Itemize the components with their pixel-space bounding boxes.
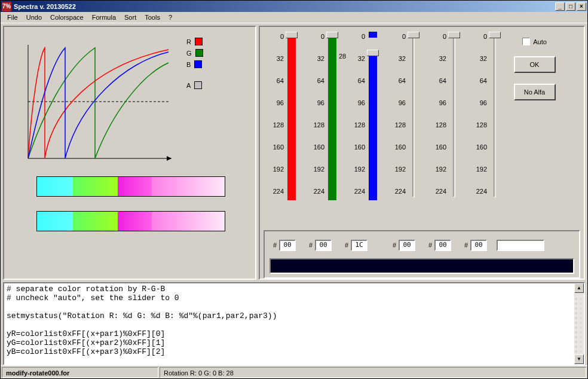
tick-labels: 0 2832 6496128160192224 [350,32,368,196]
slider-4[interactable]: 0326496128160192224 [384,32,425,227]
legend: R G B A [177,33,203,170]
menu-help[interactable]: ? [164,13,176,22]
status-filename: modify-rotate000.for [2,367,158,378]
menubar: File Undo Colorspace Formula Sort Tools … [1,12,587,23]
hex-input-2[interactable]: 00 [315,240,332,251]
color-swatch [497,240,544,251]
slider-thumb[interactable] [489,32,501,38]
swatch-red [195,38,203,45]
legend-label: A [186,82,191,89]
swatch-blue [194,60,202,68]
auto-checkbox-row[interactable]: Auto [522,38,547,45]
no-alfa-button[interactable]: No Alfa [514,84,556,100]
code-panel: # separate color rotation by R-G-B # unc… [3,282,585,365]
minimize-button[interactable]: _ [555,2,565,11]
close-button[interactable]: × [577,2,586,11]
vertical-scrollbar[interactable]: ▲ ▼ [574,283,584,364]
slider-thumb[interactable] [448,32,460,38]
maximize-button[interactable]: □ [566,2,575,11]
code-textarea[interactable]: # separate color rotation by R-G-B # unc… [4,283,574,364]
hash-label: # [307,242,313,249]
legend-label: R [186,38,191,45]
slider-thumb[interactable] [326,32,338,38]
swatch-green [195,49,203,57]
tick-labels: 0326496128160192224 [390,32,408,196]
hex-input-6[interactable]: 00 [470,240,487,251]
menu-colorspace[interactable]: Colorspace [46,13,88,22]
slider-thumb[interactable] [367,50,379,56]
tick-labels: 0326496128160192224 [309,32,327,196]
slider-b[interactable]: 0 2832 6496128160192224 [344,32,384,227]
status-message: Rotation R: 0 G: 0 B: 28 [160,367,586,378]
hex-panel: # 00 # 00 # 1C # 00 # 00 [264,230,580,279]
legend-b: B [186,60,203,68]
scroll-up-icon[interactable]: ▲ [574,283,584,293]
hex-input-1[interactable]: 00 [279,240,296,251]
menu-file[interactable]: File [3,13,22,22]
slider-g[interactable]: 0326496128160192224 [303,32,344,227]
auto-checkbox[interactable] [522,38,530,45]
gradient-preview-bottom [36,211,225,231]
legend-r: R [186,38,203,45]
menu-tools[interactable]: Tools [140,13,164,22]
legend-label: B [186,61,191,68]
color-preview-bar [270,258,574,274]
legend-g: G [186,49,203,57]
tick-labels: 0326496128160192224 [431,32,449,196]
legend-label: G [186,50,192,57]
hash-label: # [342,242,348,249]
slider-6[interactable]: 0326496128160192224 [466,32,506,227]
slider-fill-blue [369,56,377,200]
statusbar: modify-rotate000.for Rotation R: 0 G: 0 … [1,365,587,378]
hash-label: # [271,242,277,249]
graph-panel: R G B A [3,26,256,280]
tick-labels: 0326496128160192224 [268,32,286,196]
swatch-alpha [194,81,202,89]
sliders-panel: 0326496128160192224 0326496128160192224 [259,26,585,280]
hex-input-5[interactable]: 00 [434,240,451,251]
hash-label: # [462,242,468,249]
slider-fill-red [287,38,296,200]
ok-button[interactable]: OK [514,56,556,73]
tick-labels: 0326496128160192224 [471,32,489,196]
slider-fill-green [328,38,336,200]
scroll-down-icon[interactable]: ▼ [574,354,584,364]
legend-a: A [186,81,203,89]
curve-chart [10,33,177,170]
slider-thumb[interactable] [286,32,298,38]
slider-thumb[interactable] [408,32,419,38]
slider-r[interactable]: 0326496128160192224 [262,32,303,227]
menu-sort[interactable]: Sort [120,13,140,22]
svg-marker-2 [167,156,172,161]
titlebar: 7% Spectra v. 20130522 _ □ × [1,1,587,12]
app-icon: 7% [2,2,11,11]
hex-input-4[interactable]: 00 [399,240,415,251]
window-title: Spectra v. 20130522 [14,3,554,10]
hash-label: # [426,242,432,249]
hash-label: # [390,242,396,249]
gradient-preview-top [36,176,225,197]
menu-formula[interactable]: Formula [88,13,120,22]
hex-input-3[interactable]: 1C [351,240,368,251]
slider-5[interactable]: 0326496128160192224 [425,32,466,227]
auto-label: Auto [533,38,547,45]
thumb-value-label: 28 [339,51,346,61]
menu-undo[interactable]: Undo [22,13,46,22]
